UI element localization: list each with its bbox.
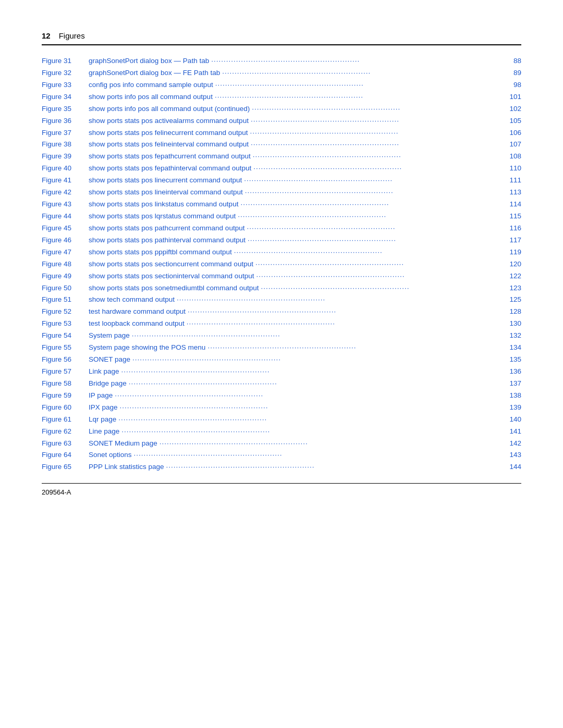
toc-row: Figure 59IP page ·······················… bbox=[42, 390, 521, 401]
fig-page: 128 bbox=[503, 306, 521, 317]
fig-label[interactable]: Figure 51 bbox=[42, 294, 89, 305]
fig-title-text: Sonet options bbox=[89, 450, 132, 461]
fig-page: 141 bbox=[503, 426, 521, 437]
fig-label[interactable]: Figure 55 bbox=[42, 342, 89, 353]
fig-page: 102 bbox=[503, 104, 521, 115]
toc-entries: Figure 31graphSonetPort dialog box — Pat… bbox=[42, 56, 521, 473]
toc-dots: ········································… bbox=[188, 306, 501, 317]
fig-label[interactable]: Figure 54 bbox=[42, 330, 89, 341]
fig-label[interactable]: Figure 47 bbox=[42, 247, 89, 258]
fig-page: 98 bbox=[503, 80, 521, 91]
fig-label[interactable]: Figure 33 bbox=[42, 80, 89, 91]
fig-label[interactable]: Figure 37 bbox=[42, 128, 89, 139]
toc-dots: ········································… bbox=[129, 378, 501, 389]
fig-title-text: System page bbox=[89, 330, 130, 341]
toc-dots: ········································… bbox=[250, 128, 501, 139]
fig-page: 115 bbox=[503, 211, 521, 222]
fig-label[interactable]: Figure 49 bbox=[42, 271, 89, 282]
fig-label[interactable]: Figure 32 bbox=[42, 68, 89, 79]
fig-title-text: show ports stats pos fepathcurrent comma… bbox=[89, 151, 251, 162]
toc-row: Figure 52test hardware command output ··… bbox=[42, 306, 521, 317]
toc-row: Figure 32graphSonetPort dialog box — FE … bbox=[42, 68, 521, 79]
fig-label[interactable]: Figure 64 bbox=[42, 450, 89, 461]
fig-title: show ports stats pos felineinterval comm… bbox=[89, 139, 521, 150]
toc-row: Figure 41show ports stats pos linecurren… bbox=[42, 175, 521, 186]
fig-page: 111 bbox=[503, 175, 521, 186]
fig-label[interactable]: Figure 39 bbox=[42, 151, 89, 162]
fig-label[interactable]: Figure 58 bbox=[42, 378, 89, 389]
toc-dots: ········································… bbox=[132, 354, 501, 365]
fig-label[interactable]: Figure 34 bbox=[42, 92, 89, 103]
fig-label[interactable]: Figure 38 bbox=[42, 139, 89, 150]
fig-label[interactable]: Figure 65 bbox=[42, 462, 89, 473]
fig-label[interactable]: Figure 46 bbox=[42, 235, 89, 246]
fig-label[interactable]: Figure 50 bbox=[42, 283, 89, 294]
fig-label[interactable]: Figure 62 bbox=[42, 426, 89, 437]
fig-label[interactable]: Figure 31 bbox=[42, 56, 89, 67]
toc-row: Figure 49show ports stats pos sectionint… bbox=[42, 271, 521, 282]
fig-label[interactable]: Figure 48 bbox=[42, 259, 89, 270]
fig-label[interactable]: Figure 61 bbox=[42, 414, 89, 425]
fig-label[interactable]: Figure 53 bbox=[42, 318, 89, 329]
toc-row: Figure 57Link page ·····················… bbox=[42, 366, 521, 377]
fig-title: Link page ······························… bbox=[89, 366, 521, 377]
fig-page: 125 bbox=[503, 294, 521, 305]
fig-title-text: show ports stats pos sectioninterval com… bbox=[89, 271, 254, 282]
fig-page: 139 bbox=[503, 402, 521, 413]
fig-title: Line page ······························… bbox=[89, 426, 521, 437]
fig-title-text: Bridge page bbox=[89, 378, 127, 389]
fig-label[interactable]: Figure 41 bbox=[42, 175, 89, 186]
fig-title-text: show ports stats pos sectioncurrent comm… bbox=[89, 259, 253, 270]
fig-label[interactable]: Figure 44 bbox=[42, 211, 89, 222]
toc-dots: ········································… bbox=[256, 271, 501, 282]
fig-title: show ports stats pos linkstatus command … bbox=[89, 199, 521, 210]
toc-row: Figure 38show ports stats pos felineinte… bbox=[42, 139, 521, 150]
toc-row: Figure 37show ports stats pos felinecurr… bbox=[42, 128, 521, 139]
fig-label[interactable]: Figure 59 bbox=[42, 390, 89, 401]
toc-row: Figure 64Sonet options ·················… bbox=[42, 450, 521, 461]
fig-label[interactable]: Figure 42 bbox=[42, 187, 89, 198]
fig-page: 136 bbox=[503, 366, 521, 377]
toc-row: Figure 58Bridge page ···················… bbox=[42, 378, 521, 389]
fig-label[interactable]: Figure 45 bbox=[42, 223, 89, 234]
toc-dots: ········································… bbox=[121, 366, 501, 377]
toc-row: Figure 45show ports stats pos pathcurren… bbox=[42, 223, 521, 234]
fig-title: show ports info pos all command output (… bbox=[89, 104, 521, 115]
fig-label[interactable]: Figure 43 bbox=[42, 199, 89, 210]
fig-label[interactable]: Figure 40 bbox=[42, 163, 89, 174]
fig-title-text: show ports stats pos lineinterval comman… bbox=[89, 187, 243, 198]
fig-page: 122 bbox=[503, 271, 521, 282]
fig-label[interactable]: Figure 52 bbox=[42, 306, 89, 317]
fig-title-text: graphSonetPort dialog box — FE Path tab bbox=[89, 68, 220, 79]
fig-page: 138 bbox=[503, 390, 521, 401]
fig-title: System page showing the POS menu ·······… bbox=[89, 342, 521, 353]
fig-title-text: show ports stats pos pathcurrent command… bbox=[89, 223, 244, 234]
fig-title-text: show ports stats pos felinecurrent comma… bbox=[89, 128, 248, 139]
fig-title: show ports stats pos sectioncurrent comm… bbox=[89, 259, 521, 270]
fig-label[interactable]: Figure 35 bbox=[42, 104, 89, 115]
toc-row: Figure 60IPX page ······················… bbox=[42, 402, 521, 413]
fig-label[interactable]: Figure 57 bbox=[42, 366, 89, 377]
fig-title-text: PPP Link statistics page bbox=[89, 462, 164, 473]
toc-row: Figure 39show ports stats pos fepathcurr… bbox=[42, 151, 521, 162]
fig-title-text: test loopback command output bbox=[89, 318, 185, 329]
fig-title: show ports stats pos pppiftbl command ou… bbox=[89, 247, 521, 258]
fig-page: 114 bbox=[503, 199, 521, 210]
toc-row: Figure 43show ports stats pos linkstatus… bbox=[42, 199, 521, 210]
fig-title: show ports stats pos linecurrent command… bbox=[89, 175, 521, 186]
toc-dots: ········································… bbox=[238, 211, 501, 222]
toc-row: Figure 62Line page ·····················… bbox=[42, 426, 521, 437]
fig-title: SONET page ·····························… bbox=[89, 354, 521, 365]
fig-title-text: test hardware command output bbox=[89, 306, 186, 317]
fig-label[interactable]: Figure 60 bbox=[42, 402, 89, 413]
fig-label[interactable]: Figure 36 bbox=[42, 116, 89, 127]
fig-title: show ports info pos all command output ·… bbox=[89, 92, 521, 103]
fig-page: 120 bbox=[503, 259, 521, 270]
toc-dots: ········································… bbox=[252, 104, 501, 115]
fig-label[interactable]: Figure 63 bbox=[42, 438, 89, 449]
toc-row: Figure 50show ports stats pos sonetmediu… bbox=[42, 283, 521, 294]
fig-label[interactable]: Figure 56 bbox=[42, 354, 89, 365]
fig-title: show ports stats pos lqrstatus command o… bbox=[89, 211, 521, 222]
fig-title-text: show ports stats pos felineinterval comm… bbox=[89, 139, 249, 150]
fig-title: show ports stats pos activealarms comman… bbox=[89, 116, 521, 127]
